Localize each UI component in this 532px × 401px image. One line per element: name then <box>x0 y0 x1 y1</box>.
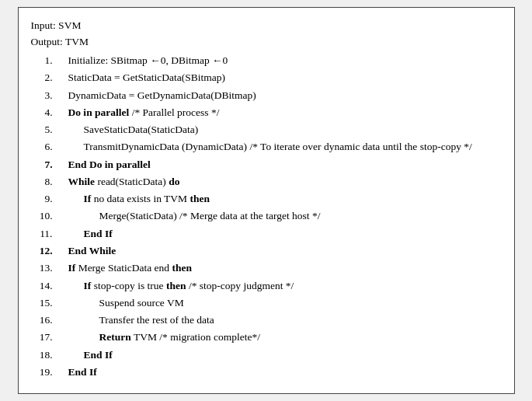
line-content: If no data exists in TVM then <box>53 190 502 207</box>
line-content: DynamicData = GetDynamicData(DBitmap) <box>53 87 502 104</box>
line-content: Do in parallel /* Parallel process */ <box>53 104 502 121</box>
line-content: StaticData = GetStaticData(SBitmap) <box>53 69 502 86</box>
line-number: 1. <box>31 52 53 69</box>
line-number: 18. <box>31 347 53 364</box>
line-number: 17. <box>31 329 53 346</box>
line-number: 11. <box>31 225 53 242</box>
code-line: 12.End While <box>31 242 502 260</box>
line-number: 15. <box>31 295 53 312</box>
line-number: 3. <box>31 87 53 104</box>
code-line: 8.While read(StaticData) do <box>31 173 502 190</box>
line-number: 12. <box>31 242 53 260</box>
line-number: 13. <box>31 260 53 277</box>
line-number: 5. <box>31 121 53 138</box>
code-line: 3.DynamicData = GetDynamicData(DBitmap) <box>31 87 502 104</box>
line-content: Suspend source VM <box>53 295 502 312</box>
code-line: 13.If Merge StaticData end then <box>31 260 502 277</box>
line-content: While read(StaticData) do <box>53 173 502 190</box>
line-content: End Do in parallel <box>53 156 502 173</box>
line-number: 7. <box>31 156 53 173</box>
code-line: 17.Return TVM /* migration complete*/ <box>31 329 502 346</box>
code-line: 16.Transfer the rest of the data <box>31 312 502 329</box>
code-line: 15.Suspend source VM <box>31 295 502 312</box>
line-content: Merge(StaticData) /* Merge data at the t… <box>53 207 502 225</box>
code-line: 19.End If <box>31 364 502 381</box>
line-number: 6. <box>31 138 53 155</box>
line-content: If Merge StaticData end then <box>53 260 502 277</box>
code-line: 1.Initialize: SBitmap ←0, DBitmap ←0 <box>31 52 502 69</box>
line-number: 10. <box>31 207 53 225</box>
code-line: 6.TransmitDynamicData (DynamicData) /* T… <box>31 138 502 155</box>
code-line: 18.End If <box>31 347 502 364</box>
code-table: 1.Initialize: SBitmap ←0, DBitmap ←02.St… <box>31 52 502 381</box>
line-number: 9. <box>31 190 53 207</box>
algorithm-box: Input: SVM Output: TVM 1.Initialize: SBi… <box>18 7 515 394</box>
line-content: End If <box>53 225 502 242</box>
code-line: 4.Do in parallel /* Parallel process */ <box>31 104 502 121</box>
line-number: 14. <box>31 277 53 295</box>
output-line: Output: TVM <box>31 33 502 51</box>
line-content: TransmitDynamicData (DynamicData) /* To … <box>53 138 502 155</box>
line-content: End If <box>53 364 502 381</box>
line-number: 19. <box>31 364 53 381</box>
line-number: 2. <box>31 69 53 86</box>
line-content: End While <box>53 242 502 260</box>
code-line: 14.If stop-copy is true then /* stop-cop… <box>31 277 502 295</box>
line-number: 8. <box>31 173 53 190</box>
line-content: SaveStaticData(StaticData) <box>53 121 502 138</box>
code-line: 7.End Do in parallel <box>31 156 502 173</box>
code-line: 2.StaticData = GetStaticData(SBitmap) <box>31 69 502 86</box>
code-line: 11.End If <box>31 225 502 242</box>
line-content: If stop-copy is true then /* stop-copy j… <box>53 277 502 295</box>
line-content: Transfer the rest of the data <box>53 312 502 329</box>
input-line: Input: SVM <box>31 17 502 34</box>
line-number: 16. <box>31 312 53 329</box>
line-content: Initialize: SBitmap ←0, DBitmap ←0 <box>53 52 502 69</box>
line-content: Return TVM /* migration complete*/ <box>53 329 502 346</box>
code-line: 9.If no data exists in TVM then <box>31 190 502 207</box>
code-line: 10.Merge(StaticData) /* Merge data at th… <box>31 207 502 225</box>
line-content: End If <box>53 347 502 364</box>
code-line: 5.SaveStaticData(StaticData) <box>31 121 502 138</box>
line-number: 4. <box>31 104 53 121</box>
